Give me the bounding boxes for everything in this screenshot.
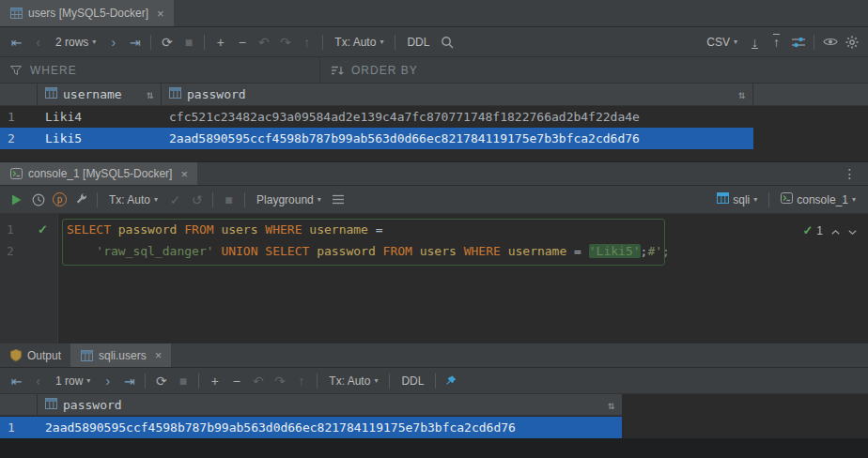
row-number-header	[0, 84, 38, 105]
redo-icon[interactable]: ↷	[274, 32, 296, 53]
separator	[150, 35, 151, 50]
in-editor-results-icon[interactable]	[328, 190, 349, 210]
pin-tab-icon[interactable]	[441, 371, 462, 391]
chevron-down-icon: ▾	[154, 195, 158, 204]
reload-icon[interactable]: ⟳	[150, 371, 172, 391]
parameters-icon[interactable]: p	[49, 190, 70, 210]
grid-empty-space	[0, 149, 868, 162]
search-icon[interactable]	[436, 32, 457, 53]
delete-row-button[interactable]: −	[225, 371, 247, 391]
column-header-username[interactable]: username ⇅	[38, 84, 162, 105]
tab-sqli-users-result[interactable]: sqli.users ×	[70, 344, 171, 367]
table-row[interactable]: 1 Liki4 cfc521c23482ac93a09584ad2e139c4a…	[0, 106, 868, 128]
order-by-filter-input[interactable]: ORDER BY	[320, 57, 427, 83]
commit-check-icon[interactable]: ✓	[164, 190, 186, 210]
editor-tab-bar: users [MySQL5-Docker] ×	[0, 0, 868, 27]
console-session-dropdown[interactable]: console_1 ▾	[774, 192, 862, 206]
wrench-settings-icon[interactable]	[70, 190, 92, 210]
page-size-dropdown[interactable]: 2 rows▾	[49, 36, 102, 49]
chevron-down-icon: ▾	[380, 38, 383, 46]
first-page-button[interactable]: ⇤	[6, 32, 27, 53]
next-page-button[interactable]: ›	[102, 32, 124, 53]
stop-icon[interactable]: ■	[172, 371, 194, 391]
history-clock-icon[interactable]	[27, 190, 49, 210]
table-row-selected[interactable]: 2 Liki5 2aad5890595ccf4598b787b99ab563d0…	[0, 128, 868, 149]
last-page-button[interactable]: ⇥	[118, 371, 140, 391]
tx-mode-dropdown[interactable]: Tx: Auto▾	[328, 36, 390, 49]
rollback-icon[interactable]: ↺	[186, 190, 208, 210]
execution-status-widget: ✓ 1	[802, 223, 857, 237]
sort-toggle-icon[interactable]: ⇅	[147, 88, 153, 101]
add-row-button[interactable]: +	[204, 371, 225, 391]
console-icon	[781, 192, 793, 206]
gear-icon[interactable]	[841, 32, 862, 53]
schema-dropdown[interactable]: sqli ▾	[710, 192, 764, 206]
first-page-button[interactable]: ⇤	[6, 371, 27, 391]
tab-title: Output	[27, 349, 61, 362]
cell-password[interactable]: 2aad5890595ccf4598b787b99ab563d0d66ec821…	[45, 420, 516, 435]
close-icon[interactable]: ×	[180, 168, 188, 180]
sql-line-2[interactable]: 'raw_sql_danger' UNION SELECT password F…	[67, 244, 670, 258]
sql-editor[interactable]: 1 2 ✓ SELECT password FROM users WHERE u…	[0, 214, 868, 344]
cell-password[interactable]: cfc521c23482ac93a09584ad2e139c4a7fc87077…	[169, 110, 640, 124]
cell-username[interactable]: Liki4	[45, 110, 82, 124]
cell-password[interactable]: 2aad5890595ccf4598b787b99ab563d0d66ec821…	[169, 131, 640, 145]
console-toolbar: p Tx: Auto▾ ✓ ↺ ■ Playground▾ sqli ▾ con…	[0, 186, 868, 214]
kebab-menu-icon[interactable]: ⋮	[839, 163, 860, 184]
console-tab-bar: console_1 [MySQL5-Docker] × ⋮	[0, 162, 868, 186]
export-data-icon[interactable]: ↓	[744, 32, 766, 53]
tx-mode-dropdown[interactable]: Tx: Auto▾	[102, 193, 164, 206]
result-toolbar: ⇤ ‹ 1 row▾ › ⇥ ⟳ ■ + − ↶ ↷ ↑ Tx: Auto▾ D…	[0, 368, 868, 394]
separator	[198, 374, 199, 389]
undo-icon[interactable]: ↶	[253, 32, 274, 53]
cell-username[interactable]: Liki5	[45, 131, 82, 145]
tab-output[interactable]: Output	[0, 344, 70, 367]
tab-console-1[interactable]: console_1 [MySQL5-Docker] ×	[0, 162, 197, 185]
page-size-dropdown[interactable]: 1 row▾	[49, 374, 97, 388]
bottom-filler	[0, 438, 868, 458]
undo-icon[interactable]: ↶	[247, 371, 269, 391]
results-tab-bar: Output sqli.users ×	[0, 344, 868, 368]
submit-changes-icon[interactable]: ↑	[290, 371, 312, 391]
row-number-header	[0, 394, 38, 416]
sql-line-1[interactable]: SELECT password FROM users WHERE usernam…	[67, 222, 383, 237]
column-header-password[interactable]: password ⇅	[38, 394, 622, 416]
stop-icon[interactable]: ■	[218, 190, 240, 210]
tx-mode-dropdown[interactable]: Tx: Auto▾	[322, 374, 384, 388]
run-button[interactable]	[6, 190, 27, 210]
column-header-password[interactable]: password ⇅	[162, 84, 753, 105]
sort-toggle-icon[interactable]: ⇅	[738, 88, 745, 101]
success-check-icon: ✓	[802, 223, 813, 237]
view-options-eye-icon[interactable]	[819, 32, 841, 53]
data-extractor-settings-icon[interactable]	[787, 32, 809, 53]
submit-changes-icon[interactable]: ↑	[296, 32, 318, 53]
stop-icon[interactable]: ■	[178, 32, 199, 53]
delete-row-button[interactable]: −	[231, 32, 253, 53]
previous-page-button[interactable]: ‹	[27, 371, 49, 391]
last-page-button[interactable]: ⇥	[124, 32, 146, 53]
previous-result-chevron-icon[interactable]	[831, 224, 840, 237]
output-shield-icon	[9, 345, 22, 366]
next-result-chevron-icon[interactable]	[848, 224, 857, 237]
chevron-down-icon: ▾	[734, 38, 737, 46]
next-page-button[interactable]: ›	[97, 371, 118, 391]
ddl-button[interactable]: DDL	[400, 36, 436, 49]
export-format-dropdown[interactable]: CSV▾	[700, 36, 744, 49]
table-column-icon	[45, 398, 57, 412]
redo-icon[interactable]: ↷	[269, 371, 290, 391]
close-icon[interactable]: ×	[155, 349, 163, 361]
where-filter-input[interactable]: WHERE	[0, 57, 319, 83]
separator	[435, 374, 436, 389]
sort-toggle-icon[interactable]: ⇅	[608, 399, 614, 412]
add-row-button[interactable]: +	[209, 32, 231, 53]
import-data-icon[interactable]: ↑	[766, 32, 787, 53]
table-row-selected[interactable]: 1 2aad5890595ccf4598b787b99ab563d0d66ec8…	[0, 417, 868, 438]
previous-page-button[interactable]: ‹	[27, 32, 49, 53]
tab-users-table[interactable]: users [MySQL5-Docker] ×	[0, 0, 174, 26]
separator	[212, 192, 213, 207]
close-icon[interactable]: ×	[157, 8, 164, 20]
playground-mode-dropdown[interactable]: Playground▾	[250, 193, 328, 206]
ddl-button[interactable]: DDL	[395, 374, 430, 388]
table-column-icon	[45, 87, 57, 101]
reload-icon[interactable]: ⟳	[156, 32, 178, 53]
